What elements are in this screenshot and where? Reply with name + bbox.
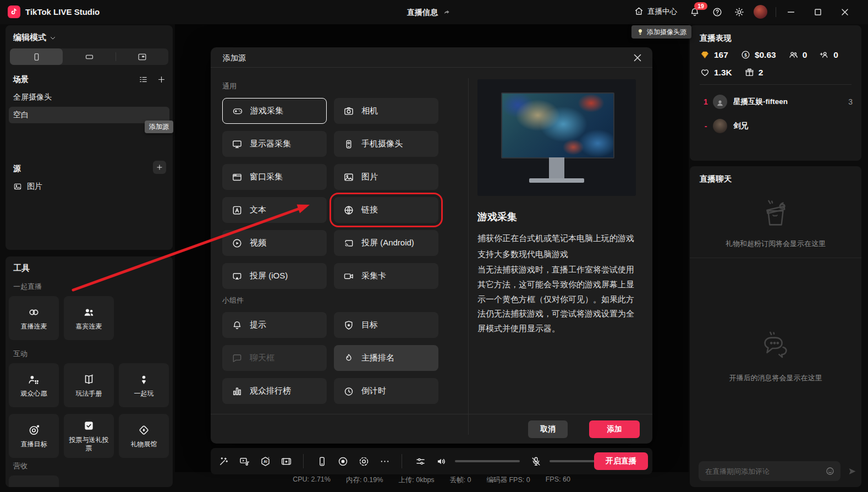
play-circle-icon — [232, 238, 243, 249]
follow-icon — [819, 50, 829, 60]
source-option-window-capture[interactable]: 窗口采集 — [222, 164, 327, 190]
tool-tile-label: 投票与送礼投票 — [64, 436, 114, 452]
layout-option-pip[interactable] — [116, 48, 168, 65]
messages-empty-state: 开播后的消息将会显示在这里 — [690, 331, 861, 383]
source-option-cast-ios[interactable]: 投屏 (iOS) — [222, 263, 327, 289]
scene-list-icon[interactable] — [139, 75, 148, 84]
cancel-button[interactable]: 取消 — [528, 420, 568, 438]
viewer-rank: - — [699, 122, 713, 130]
source-option-display-capture[interactable]: 显示器采集 — [222, 131, 327, 157]
wand-icon — [218, 456, 229, 467]
pip-icon — [137, 52, 147, 62]
tool-tile-label: 礼物展馆 — [129, 440, 160, 449]
source-option-camera[interactable]: 相机 — [334, 98, 438, 124]
monitor-base — [529, 178, 584, 183]
modal-footer-divider — [211, 414, 652, 414]
live-center-button[interactable]: 直播中心 — [634, 6, 677, 17]
tool-tile-live-goal[interactable]: 直播目标 — [9, 414, 59, 458]
source-option-text[interactable]: 文本 — [222, 197, 327, 223]
source-option-capture-card[interactable]: 采集卡 — [334, 263, 438, 289]
live-info-tab[interactable]: 直播信息 — [407, 8, 451, 18]
viewer-row-1[interactable]: -剑兄 — [690, 114, 861, 138]
virtual-cam-icon — [358, 456, 370, 467]
modal-close-icon[interactable] — [631, 52, 644, 64]
source-option-viewer-leaderboard[interactable]: 观众排行榜 — [222, 378, 327, 404]
toolbar-virtual-camera-button[interactable] — [355, 453, 372, 469]
share-icon[interactable] — [442, 8, 451, 17]
tool-tile-revenue-partial[interactable] — [9, 475, 59, 487]
source-option-video[interactable]: 视频 — [222, 230, 327, 256]
minimize-button[interactable] — [785, 7, 796, 18]
modal-section-grid: 游戏采集相机显示器采集手机摄像头窗口采集图片文本链接视频投屏 (Android)… — [222, 98, 441, 289]
ai-badge-icon: AI — [260, 456, 271, 467]
avatar — [713, 95, 727, 109]
toolbar-record-button[interactable] — [334, 453, 351, 469]
scene-add-icon[interactable] — [157, 75, 166, 84]
status-item: FPS: 60 — [546, 475, 570, 485]
edit-mode-dropdown[interactable]: 编辑模式 — [13, 32, 57, 43]
layout-option-portrait[interactable] — [10, 48, 63, 65]
diamond-icon — [700, 50, 710, 60]
close-button[interactable] — [839, 7, 850, 18]
viewer-row-0[interactable]: 1星播互娱-fifteen3 — [690, 90, 861, 113]
bottom-toolbar: AI 开启直播 — [211, 448, 652, 474]
avatar[interactable] — [754, 5, 767, 19]
source-item-image[interactable]: 图片 — [13, 182, 42, 192]
tool-tile-audience-wish[interactable]: 观众心愿 — [9, 363, 59, 407]
tool-tile-guest-match[interactable]: 嘉宾连麦 — [64, 296, 114, 340]
audio-mixer-button[interactable] — [412, 453, 428, 469]
toolbar-media-button[interactable] — [236, 453, 252, 469]
source-option-alerts[interactable]: 提示 — [222, 312, 327, 338]
add-button[interactable]: 添加 — [589, 420, 640, 438]
source-option-label: 视频 — [250, 238, 266, 248]
svg-text:AI: AI — [263, 459, 267, 463]
toolbar-more-button[interactable] — [376, 453, 393, 469]
tiktok-logo — [8, 6, 20, 18]
mic-mute-button[interactable] — [528, 453, 544, 469]
modal-section-label: 通用 — [222, 81, 441, 91]
tool-tile-play-together[interactable]: 一起玩 — [119, 363, 169, 407]
source-option-game-capture[interactable]: 游戏采集 — [222, 98, 327, 124]
maximize-button[interactable] — [812, 7, 823, 18]
tool-tile-playbook[interactable]: 玩法手册 — [64, 363, 114, 407]
layout-option-landscape[interactable] — [63, 48, 116, 65]
toolbar-phone-mirror-button[interactable] — [314, 453, 330, 469]
speaker-button[interactable] — [433, 453, 449, 469]
gift-box-icon — [759, 197, 793, 231]
chat-input-wrap — [699, 461, 840, 481]
chat-bubble-icon — [232, 353, 243, 364]
gear-icon[interactable] — [734, 7, 745, 18]
source-option-goal[interactable]: 目标 — [334, 312, 438, 338]
toolbar-frame-effects-button[interactable] — [278, 453, 294, 469]
source-option-phone-camera[interactable]: 手机摄像头 — [334, 131, 438, 157]
tool-tile-vote-gift[interactable]: 投票与送礼投票 — [64, 414, 114, 458]
emoji-icon[interactable] — [825, 466, 835, 476]
image-icon — [343, 172, 354, 183]
tool-tile-live-match[interactable]: 直播连麦 — [9, 296, 59, 340]
source-option-image[interactable]: 图片 — [334, 164, 438, 190]
source-option-countdown[interactable]: 倒计时 — [334, 378, 438, 404]
toolbar-effects-button[interactable] — [215, 453, 232, 469]
help-icon[interactable] — [712, 7, 723, 18]
monitor-stand — [549, 157, 564, 178]
stat-likes: 1.3K — [700, 67, 732, 78]
status-item: 编码器 FPS: 0 — [487, 475, 530, 485]
scenes-header: 场景 — [13, 75, 29, 85]
source-option-cast-android[interactable]: 投屏 (Android) — [334, 230, 438, 256]
source-option-label: 图片 — [361, 172, 378, 182]
chat-input[interactable] — [699, 467, 825, 475]
source-option-label: 投屏 (iOS) — [250, 271, 288, 281]
tool-tile-gift-hall[interactable]: 礼物展馆 — [119, 414, 169, 458]
source-option-streamer-rank[interactable]: 主播排名 — [334, 345, 438, 371]
notification-badge: 19 — [694, 2, 707, 10]
modal-header-divider — [211, 67, 652, 68]
toolbar-ai-button[interactable]: AI — [257, 453, 273, 469]
source-option-link[interactable]: 链接 — [334, 197, 438, 223]
scene-item-0[interactable]: 全屏摄像头 — [9, 89, 169, 106]
speaker-volume-slider[interactable] — [455, 460, 520, 462]
add-source-button[interactable] — [153, 161, 166, 174]
camera-icon — [343, 106, 354, 117]
start-live-button[interactable]: 开启直播 — [594, 452, 648, 470]
modal-title: 添加源 — [223, 53, 246, 63]
send-icon[interactable] — [847, 466, 858, 477]
